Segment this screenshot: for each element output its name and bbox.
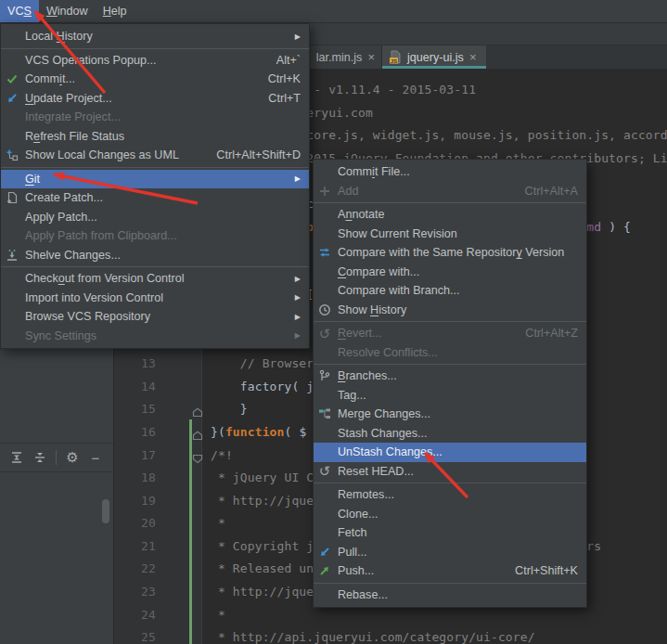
menu-item-apply-patch[interactable]: Apply Patch... xyxy=(1,208,309,227)
menu-item-update-project[interactable]: Update Project...Ctrl+T xyxy=(1,89,309,109)
icon-spacer xyxy=(5,210,19,224)
menu-item-label: Checkout from Version Control xyxy=(25,272,185,285)
compare-icon xyxy=(317,246,332,260)
menu-item-show-current-revision[interactable]: Show Current Revision xyxy=(314,225,586,244)
line-number[interactable]: 19 xyxy=(114,490,156,513)
line-number[interactable]: 23 xyxy=(114,581,156,604)
code-text: * xyxy=(211,512,225,535)
menu-item-integrate-project[interactable]: Integrate Project... xyxy=(1,108,309,127)
menu-item-stash-changes[interactable]: Stash Changes... xyxy=(314,424,586,444)
menu-item-show-local-changes-as-uml[interactable]: Show Local Changes as UMLCtrl+Alt+Shift+… xyxy=(1,146,309,165)
line-number[interactable]: 20 xyxy=(114,512,156,535)
tab-close-icon[interactable]: × xyxy=(469,51,477,63)
menu-item-compare-with[interactable]: Compare with... xyxy=(314,263,586,282)
menu-item-create-patch[interactable]: Create Patch... xyxy=(1,188,309,208)
menubar-item-window[interactable]: Window xyxy=(39,0,96,22)
menu-item-shelve-changes[interactable]: Shelve Changes... xyxy=(1,246,309,265)
menu-item-label: VCS Operations Popup... xyxy=(25,54,156,67)
line-number[interactable]: 16 xyxy=(114,421,156,444)
menu-item-label: Pull... xyxy=(338,546,367,559)
menu-item-commit[interactable]: Commit...Ctrl+K xyxy=(1,70,309,89)
menu-item-checkout-from-version-control[interactable]: Checkout from Version Control▶ xyxy=(1,269,309,289)
gear-icon[interactable]: ⚙ xyxy=(65,450,80,465)
menu-item-vcs-operations-popup[interactable]: VCS Operations Popup...Alt+` xyxy=(1,51,309,71)
menu-item-local-history[interactable]: Local History▶ xyxy=(1,27,309,46)
branch-icon xyxy=(317,369,332,383)
menu-item-shortcut: Ctrl+K xyxy=(253,72,301,85)
shelve-icon xyxy=(5,248,19,262)
code-text: } xyxy=(211,398,248,421)
menu-item-resolve-conflicts[interactable]: Resolve Conflicts... xyxy=(314,343,586,363)
menu-item-fetch[interactable]: Fetch xyxy=(314,523,586,543)
line-number[interactable]: 21 xyxy=(114,535,156,559)
line-number[interactable]: 24 xyxy=(114,604,156,627)
menu-item-label: Commit File... xyxy=(338,165,410,178)
check-icon xyxy=(5,72,19,86)
menu-separator xyxy=(1,167,309,168)
menu-item-label: Rebase... xyxy=(338,588,388,601)
line-number[interactable]: 13 xyxy=(114,353,156,376)
menu-separator xyxy=(314,583,586,584)
line-number[interactable]: 25 xyxy=(114,626,156,644)
menu-item-label: UnStash Changes... xyxy=(338,445,443,458)
tab-label: jquery-ui.js xyxy=(407,51,464,64)
icon-spacer xyxy=(5,110,19,124)
scrollbar-thumb[interactable] xyxy=(102,499,109,523)
menu-item-merge-changes[interactable]: Merge Changes... xyxy=(314,405,586,424)
line-number[interactable]: 22 xyxy=(114,558,156,581)
menu-item-remotes[interactable]: Remotes... xyxy=(314,485,586,505)
menu-item-label: Push... xyxy=(338,564,374,577)
menu-item-rebase[interactable]: Rebase... xyxy=(314,586,586,605)
line-number[interactable]: 17 xyxy=(114,444,156,468)
menu-item-clone[interactable]: Clone... xyxy=(314,505,586,524)
expand-all-icon[interactable] xyxy=(9,450,24,465)
icon-spacer xyxy=(317,284,332,298)
menu-item-show-history[interactable]: Show History xyxy=(314,301,586,320)
fold-marker-icon[interactable] xyxy=(192,403,203,413)
menu-item-shortcut: Alt+` xyxy=(262,54,301,67)
minus-icon[interactable]: − xyxy=(88,450,103,465)
menu-item-browse-vcs-repository[interactable]: Browse VCS Repository▶ xyxy=(1,307,309,327)
js-file-icon: JS xyxy=(389,50,403,64)
fold-marker-icon[interactable] xyxy=(192,449,203,459)
menu-item-annotate[interactable]: Annotate xyxy=(314,205,586,225)
menu-item-push[interactable]: Push...Ctrl+Shift+K xyxy=(314,561,586,581)
editor-tab-jquery-ui-js[interactable]: JSjquery-ui.js× xyxy=(382,45,486,69)
menu-item-git[interactable]: Git▶ xyxy=(1,170,309,189)
submenu-arrow-icon: ▶ xyxy=(280,32,301,41)
menu-item-branches[interactable]: Branches... xyxy=(314,367,586,386)
code-text: /*! xyxy=(211,444,233,468)
icon-spacer xyxy=(317,264,332,278)
menu-item-commit-file[interactable]: Commit File... xyxy=(314,162,586,182)
menu-item-unstash-changes[interactable]: UnStash Changes... xyxy=(314,443,586,462)
icon-spacer xyxy=(317,426,332,440)
line-number[interactable]: 14 xyxy=(114,376,156,399)
menu-item-label: Commit... xyxy=(25,72,75,85)
menu-item-pull[interactable]: Pull... xyxy=(314,543,586,562)
line-number[interactable]: 15 xyxy=(114,398,156,421)
menu-item-refresh-file-status[interactable]: Refresh File Status xyxy=(1,127,309,147)
menubar-item-vcs[interactable]: VCS xyxy=(0,0,39,22)
menu-item-label: Apply Patch... xyxy=(25,211,97,224)
collapse-all-icon[interactable] xyxy=(32,450,47,465)
uml-icon xyxy=(5,148,19,162)
menu-item-reset-head[interactable]: ↺Reset HEAD... xyxy=(314,462,586,482)
line-number[interactable]: 18 xyxy=(114,467,156,490)
submenu-arrow-icon: ▶ xyxy=(280,331,301,340)
menu-item-label: Clone... xyxy=(338,508,378,521)
menubar-item-help[interactable]: Help xyxy=(96,0,135,22)
menu-item-compare-with-the-same-repository-version[interactable]: Compare with the Same Repository Version xyxy=(314,243,586,263)
undo-icon: ↺ xyxy=(317,327,332,341)
menu-item-apply-patch-from-clipboard[interactable]: Apply Patch from Clipboard... xyxy=(1,226,309,246)
menu-item-compare-with-branch[interactable]: Compare with Branch... xyxy=(314,281,586,301)
menu-item-tag[interactable]: Tag... xyxy=(314,386,586,406)
tab-close-icon[interactable]: × xyxy=(367,51,375,63)
menu-item-label: Local History xyxy=(25,30,93,43)
menu-item-import-into-version-control[interactable]: Import into Version Control▶ xyxy=(1,289,309,308)
ide-window: lar.min.js×JSjquery-ui.js× ⚙− 1/*! jQuer… xyxy=(0,0,667,644)
menu-item-add[interactable]: AddCtrl+Alt+A xyxy=(314,182,586,201)
menu-item-revert[interactable]: ↺Revert...Ctrl+Alt+Z xyxy=(314,324,586,343)
menu-item-sync-settings[interactable]: Sync Settings▶ xyxy=(1,327,309,346)
fold-marker-icon[interactable] xyxy=(192,426,203,436)
icon-spacer xyxy=(5,53,19,67)
